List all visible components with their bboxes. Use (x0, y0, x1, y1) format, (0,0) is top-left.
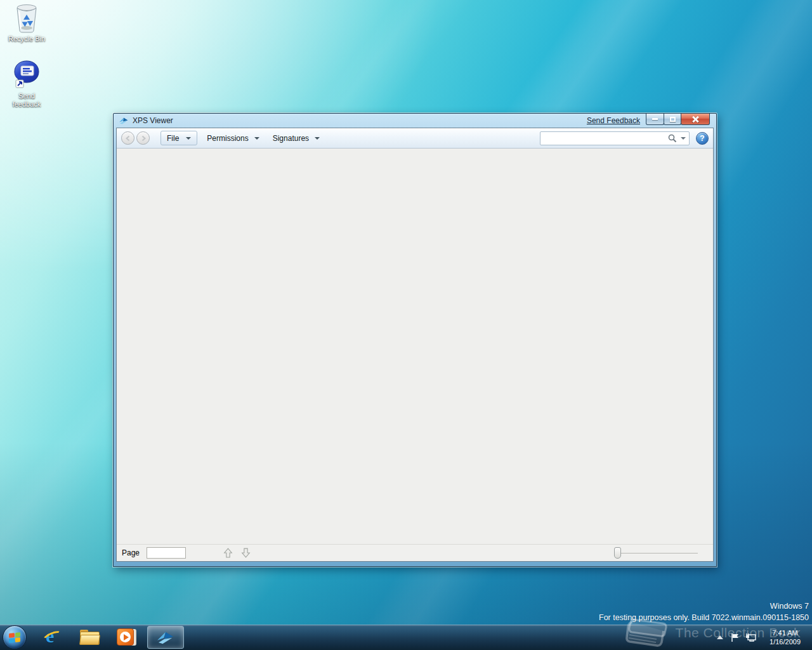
taskbar-item-internet-explorer[interactable]: e (42, 627, 63, 648)
signatures-menu-button[interactable]: Signatures (273, 134, 320, 143)
send-feedback-label: Send feedback (6, 92, 47, 109)
previous-page-button[interactable] (223, 547, 233, 559)
maximize-button[interactable] (664, 114, 681, 125)
network-status-icon[interactable] (745, 632, 757, 642)
search-box[interactable] (540, 131, 690, 145)
window-titlebar[interactable]: XPS Viewer Send Feedback (116, 114, 714, 128)
start-button[interactable] (3, 625, 27, 649)
desktop-icon-recycle-bin[interactable]: Recycle Bin (0, 3, 53, 43)
back-arrow-icon (125, 135, 131, 142)
recycle-bin-icon (0, 3, 53, 33)
zoom-slider-track[interactable] (614, 553, 698, 554)
zoom-slider[interactable] (614, 547, 698, 559)
chevron-down-icon (186, 137, 191, 140)
toolbar: File Permissions Signatures ? (117, 128, 713, 149)
window-title: XPS Viewer (133, 116, 173, 125)
minimize-button[interactable] (646, 114, 664, 125)
permissions-menu-label: Permissions (207, 134, 248, 143)
back-button[interactable] (121, 131, 134, 145)
xps-app-icon (119, 116, 129, 125)
media-player-icon (117, 628, 136, 647)
taskbar-item-media-player[interactable] (115, 627, 137, 648)
xps-viewer-icon (156, 629, 175, 646)
send-feedback-icon (0, 60, 53, 90)
page-number-input[interactable] (147, 547, 186, 559)
file-menu-label: File (167, 134, 179, 143)
desktop-icon-send-feedback[interactable]: Send feedback (0, 60, 53, 109)
permissions-menu-button[interactable]: Permissions (207, 134, 259, 143)
forward-button[interactable] (136, 131, 150, 145)
chevron-down-icon (315, 137, 320, 140)
taskbar-item-xps-viewer-active[interactable] (147, 626, 184, 649)
help-button[interactable]: ? (696, 132, 709, 145)
build-watermark: Windows 7 For testing purposes only. Bui… (599, 600, 809, 623)
close-button[interactable] (681, 114, 710, 125)
action-center-flag-icon[interactable] (731, 633, 739, 642)
signatures-menu-label: Signatures (273, 134, 309, 143)
build-line1: Windows 7 (599, 600, 809, 612)
page-label: Page (122, 548, 140, 557)
search-options-chevron-icon[interactable] (681, 137, 686, 140)
taskbar-item-windows-explorer[interactable] (79, 627, 100, 648)
document-canvas (117, 149, 713, 544)
search-icon[interactable] (668, 134, 677, 143)
folder-icon (80, 630, 100, 645)
send-feedback-link[interactable]: Send Feedback (587, 116, 640, 125)
file-menu-button[interactable]: File (160, 131, 197, 145)
internet-explorer-icon: e (43, 628, 62, 647)
build-line2: For testing purposes only. Build 7022.wi… (599, 612, 809, 623)
recycle-bin-label: Recycle Bin (0, 35, 53, 43)
chevron-down-icon (254, 137, 259, 140)
next-page-button[interactable] (240, 547, 251, 559)
system-tray: 7:41 AM 1/16/2009 (717, 625, 812, 650)
clock-date: 1/16/2009 (769, 637, 801, 646)
minimize-icon (652, 118, 658, 120)
help-icon: ? (700, 134, 704, 143)
close-icon (692, 116, 698, 123)
window-body: File Permissions Signatures ? (116, 128, 714, 562)
clock-time: 7:41 AM (769, 628, 801, 637)
forward-arrow-icon (140, 135, 147, 142)
taskbar: e (0, 625, 812, 650)
show-hidden-icons-button[interactable] (717, 635, 723, 639)
xps-viewer-window: XPS Viewer Send Feedback File (113, 113, 717, 567)
maximize-icon (670, 117, 676, 122)
search-input[interactable] (544, 133, 668, 143)
window-controls (646, 114, 710, 125)
page-nav-arrows (223, 547, 251, 559)
windows-flag-icon (9, 632, 20, 643)
taskbar-clock[interactable]: 7:41 AM 1/16/2009 (763, 628, 807, 646)
zoom-slider-thumb[interactable] (614, 547, 621, 559)
statusbar: Page (117, 544, 713, 561)
